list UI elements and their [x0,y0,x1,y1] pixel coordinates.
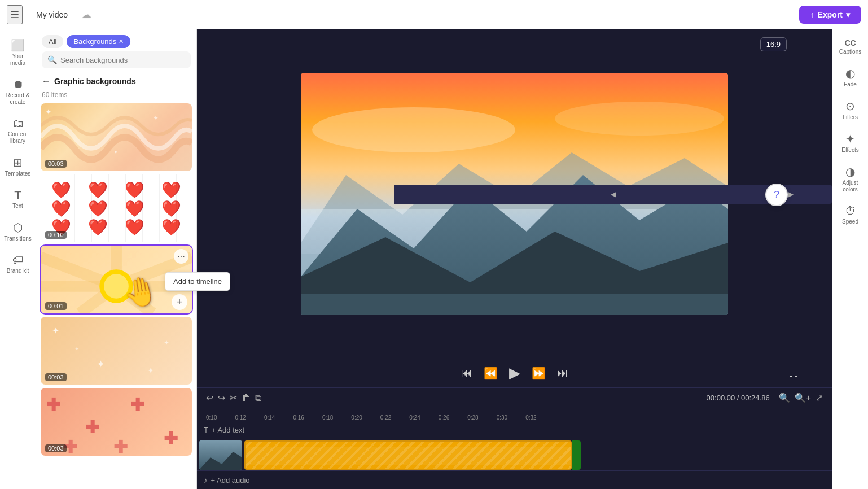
svg-text:✦: ✦ [97,359,105,370]
sidebar-item-templates[interactable]: ⊞ Templates [2,151,34,182]
svg-text:✚: ✚ [164,429,178,448]
fullscreen-button[interactable]: ⛶ [789,368,798,378]
cut-button[interactable]: ✂ [230,392,237,403]
track-clip[interactable] [244,440,572,470]
svg-rect-30 [301,294,728,315]
svg-text:✦: ✦ [74,346,79,352]
svg-rect-33 [246,447,572,465]
sidebar-item-your-media[interactable]: ⬜ Your media [2,34,34,71]
bg-timestamp-3: 00:01 [45,302,67,310]
ruler-label: 0:10 [206,414,217,421]
sidebar-item-text[interactable]: T Text [2,184,34,214]
svg-point-24 [312,107,515,152]
export-button[interactable]: ↑ Export ▾ [799,6,861,24]
svg-text:✦: ✦ [45,107,52,116]
section-title: Graphic backgrounds [54,77,136,86]
export-chevron-icon: ▾ [846,10,850,19]
ruler-label: 0:32 [525,414,536,421]
timeline-ruler: 0:10 0:12 0:14 0:16 0:18 0:20 0:22 0:24 … [197,408,832,421]
sidebar-item-fade[interactable]: ◐ Fade [835,62,866,93]
sidebar-item-transitions[interactable]: ⬡ Transitions [2,216,34,247]
expand-timeline-button[interactable]: ⤢ [816,392,823,403]
filter-all-button[interactable]: All [42,35,63,48]
ruler-label: 0:24 [409,414,420,421]
sidebar-item-speed[interactable]: ⏱ Speed [835,200,866,230]
zoom-out-button[interactable]: 🔍 [779,392,790,403]
list-item[interactable]: ✚ ✚ ✚ ✚ ✚ ✚ 00:03 [41,388,192,456]
back-arrow-icon: ← [42,76,51,86]
list-item[interactable]: ✦ ✦ ✦ ✦ ✦ 00:03 [41,317,192,385]
your-media-icon: ⬜ [11,38,25,52]
bg-thumbnail-2: ❤️ ❤️ ❤️ ❤️ ❤️ ❤️ ❤️ ❤️ ❤️ ❤️ ❤️ ❤️ [41,174,192,242]
save-icon[interactable]: ☁ [81,8,91,21]
add-audio-button[interactable]: + Add audio [211,476,250,484]
aspect-ratio-badge[interactable]: 16:9 [760,37,787,51]
track-thumbnail [199,440,242,470]
bg-timestamp-4: 00:03 [45,373,67,381]
svg-text:✦: ✦ [153,114,159,122]
filter-close-icon[interactable]: ✕ [119,38,124,45]
adjust-colors-icon: ◑ [845,165,855,178]
redo-button[interactable]: ↪ [218,392,225,403]
delete-button[interactable]: 🗑 [242,393,251,403]
topbar: ☰ My video ☁ ↑ Export ▾ [0,0,868,29]
search-box[interactable]: 🔍 [42,51,191,68]
duplicate-button[interactable]: ⧉ [255,393,261,403]
track-clips [244,440,832,470]
zoom-in-button[interactable]: 🔍+ [795,392,811,403]
text-icon: T [14,189,21,202]
video-title[interactable]: My video [29,7,74,23]
rewind-button[interactable]: ⏪ [484,366,498,380]
sidebar-item-brand-kit[interactable]: 🏷 Brand kit [2,249,34,279]
svg-text:✚: ✚ [113,438,128,456]
sidebar-icons: ⬜ Your media ⏺ Record & create 🗂 Content… [0,29,36,489]
record-create-icon: ⏺ [12,78,24,91]
filter-backgrounds-label: Backgrounds [73,37,116,46]
sidebar-item-label-content-library: Content library [5,131,32,145]
track-row [197,439,832,471]
menu-icon[interactable]: ☰ [7,5,23,24]
search-input[interactable] [60,56,185,64]
adjust-colors-label: Adjust colors [837,180,864,193]
speed-label: Speed [842,219,858,225]
sidebar-item-content-library[interactable]: 🗂 Content library [2,112,34,149]
captions-label: Captions [839,49,861,55]
timeline-controls: ↩ ↪ ✂ 🗑 ⧉ 00:00.00 / 00:24.86 🔍 🔍+ ⤢ [197,387,832,408]
backgrounds-grid: ✦ ✦ ✦ 00:03 ❤️ ❤️ ❤️ [36,103,196,489]
svg-text:✦: ✦ [147,366,154,375]
ruler-label: 0:28 [467,414,478,421]
sidebar-item-effects[interactable]: ✦ Effects [835,128,866,158]
ruler-label: 0:12 [235,414,246,421]
content-library-icon: 🗂 [12,117,24,130]
list-item[interactable]: 00:01 ⋯ + Add to timeline [41,246,192,313]
skip-back-button[interactable]: ⏮ [461,366,472,379]
back-row[interactable]: ← Graphic backgrounds [36,73,196,90]
bg-add-button[interactable]: + [172,294,187,310]
svg-text:✦: ✦ [113,149,118,155]
list-item[interactable]: ❤️ ❤️ ❤️ ❤️ ❤️ ❤️ ❤️ ❤️ ❤️ ❤️ ❤️ ❤️ [41,174,192,242]
help-button[interactable]: ? [765,184,788,206]
timeline-time: 00:00.00 / 00:24.86 [707,394,770,402]
bg-thumbnail-1: ✦ ✦ ✦ 00:03 [41,103,192,171]
sidebar-item-adjust-colors[interactable]: ◑ Adjust colors [835,160,866,198]
filter-backgrounds-button[interactable]: Backgrounds ✕ [67,35,130,48]
add-text-row: T + Add text [197,421,832,439]
svg-text:✚: ✚ [130,395,144,414]
svg-point-11 [104,274,129,299]
fast-forward-button[interactable]: ⏩ [532,366,546,380]
ruler-label: 0:18 [322,414,333,421]
add-text-button[interactable]: + Add text [212,426,244,434]
search-icon: 🔍 [47,55,57,64]
sidebar-item-filters[interactable]: ⊙ Filters [835,95,866,125]
sidebar-item-label-your-media: Your media [5,53,32,67]
track-clip-end [572,440,581,470]
list-item[interactable]: ✦ ✦ ✦ 00:03 [41,103,192,171]
sidebar-item-captions[interactable]: CC Captions [835,34,866,60]
skip-forward-button[interactable]: ⏭ [557,366,568,379]
undo-button[interactable]: ↩ [206,392,213,403]
video-preview: 16:9 [197,29,832,359]
play-pause-button[interactable]: ▶ [509,364,520,382]
bg-more-button[interactable]: ⋯ [174,249,188,264]
sidebar-item-record-create[interactable]: ⏺ Record & create [2,73,34,110]
effects-icon: ✦ [845,132,855,146]
